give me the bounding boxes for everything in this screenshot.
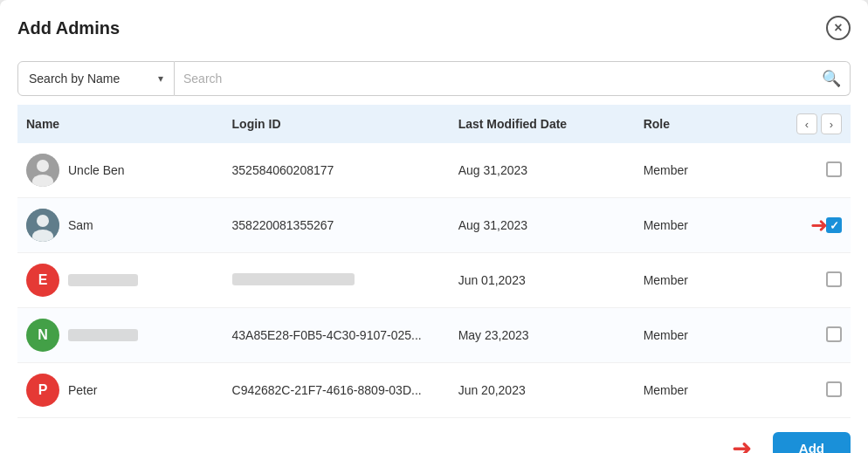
checkbox-cell: [768, 143, 851, 198]
users-table: Name Login ID Last Modified Date Role ‹: [17, 105, 851, 418]
chevron-down-icon: ▾: [158, 72, 163, 85]
select-checkbox[interactable]: [826, 271, 842, 287]
date-cell: Aug 31,2023: [450, 198, 635, 253]
col-header-loginid: Login ID: [224, 105, 450, 143]
table-row: Uncle Ben 352584060208177 Aug 31,2023 Me…: [17, 143, 851, 198]
avatar: [26, 154, 59, 187]
login-id-cell: 358220081355267: [224, 198, 450, 253]
login-id-cell: 352584060208177: [224, 143, 450, 198]
user-name-cell: Uncle Ben: [17, 143, 224, 198]
role-cell: Member: [635, 143, 768, 198]
select-checkbox[interactable]: [826, 326, 842, 342]
table-row: N 43A85E28-F0B5-4C30-9107-025... May 23,…: [17, 308, 851, 363]
date-cell: May 23,2023: [450, 308, 635, 363]
search-filter-dropdown[interactable]: Search by Name ▾: [17, 61, 175, 96]
avatar: P: [26, 374, 59, 407]
prev-page-button[interactable]: ‹: [796, 113, 817, 134]
add-button[interactable]: Add: [773, 432, 851, 453]
checkbox-cell: ➜: [768, 198, 851, 253]
add-arrow-indicator-icon: ➜: [732, 434, 752, 453]
avatar: E: [26, 264, 59, 297]
checkbox-cell: [768, 308, 851, 363]
date-cell: Aug 31,2023: [450, 143, 635, 198]
table-wrap: Name Login ID Last Modified Date Role ‹: [0, 105, 868, 418]
search-input-wrap: 🔍: [175, 61, 851, 96]
col-header-role: Role: [635, 105, 768, 143]
role-cell: Member: [635, 363, 768, 418]
role-cell: Member: [635, 253, 768, 308]
user-name: Uncle Ben: [68, 163, 125, 177]
login-id-cell: 43A85E28-F0B5-4C30-9107-025...: [224, 308, 450, 363]
table-row: P Peter C942682C-21F7-4616-8809-03D... J…: [17, 363, 851, 418]
login-id-blurred: [232, 273, 355, 285]
user-name-cell: E: [17, 253, 224, 308]
col-header-nav: ‹ ›: [768, 105, 851, 143]
user-name-blurred: [68, 329, 138, 341]
table-header-row: Name Login ID Last Modified Date Role ‹: [17, 105, 851, 143]
user-name: Sam: [68, 218, 93, 232]
user-name: Peter: [68, 383, 97, 397]
user-name-cell: P Peter: [17, 363, 224, 418]
col-header-name: Name: [17, 105, 224, 143]
modal-header: Add Admins ×: [0, 0, 868, 52]
next-page-button[interactable]: ›: [821, 113, 842, 134]
user-name-blurred: [68, 274, 138, 286]
search-icon[interactable]: 🔍: [822, 69, 841, 88]
search-filter-label: Search by Name: [29, 72, 153, 86]
svg-point-1: [37, 160, 49, 172]
modal-title: Add Admins: [17, 18, 120, 38]
table-row: Sam 358220081355267 Aug 31,2023 Member ➜: [17, 198, 851, 253]
avatar: [26, 209, 59, 242]
role-cell: Member: [635, 308, 768, 363]
checkbox-cell: [768, 253, 851, 308]
date-cell: Jun 20,2023: [450, 363, 635, 418]
role-cell: Member: [635, 198, 768, 253]
date-cell: Jun 01,2023: [450, 253, 635, 308]
add-admins-modal: Add Admins × Search by Name ▾ 🔍 Name Log…: [0, 0, 868, 453]
search-input[interactable]: [183, 72, 822, 86]
col-header-date: Last Modified Date: [450, 105, 635, 143]
table-row: E Jun 01,2023 Member: [17, 253, 851, 308]
login-id-cell: [224, 253, 450, 308]
select-checkbox[interactable]: [826, 381, 842, 397]
arrow-indicator-icon: ➜: [810, 213, 828, 237]
search-row: Search by Name ▾ 🔍: [0, 52, 868, 105]
avatar: N: [26, 319, 59, 352]
user-name-cell: N: [17, 308, 224, 363]
checkbox-cell: [768, 363, 851, 418]
footer-row: ➜ Add: [0, 418, 868, 453]
close-button[interactable]: ×: [826, 16, 851, 40]
login-id-cell: C942682C-21F7-4616-8809-03D...: [224, 363, 450, 418]
select-checkbox[interactable]: [826, 217, 842, 233]
user-name-cell: Sam: [17, 198, 224, 253]
svg-point-4: [37, 215, 49, 227]
select-checkbox[interactable]: [826, 161, 842, 177]
